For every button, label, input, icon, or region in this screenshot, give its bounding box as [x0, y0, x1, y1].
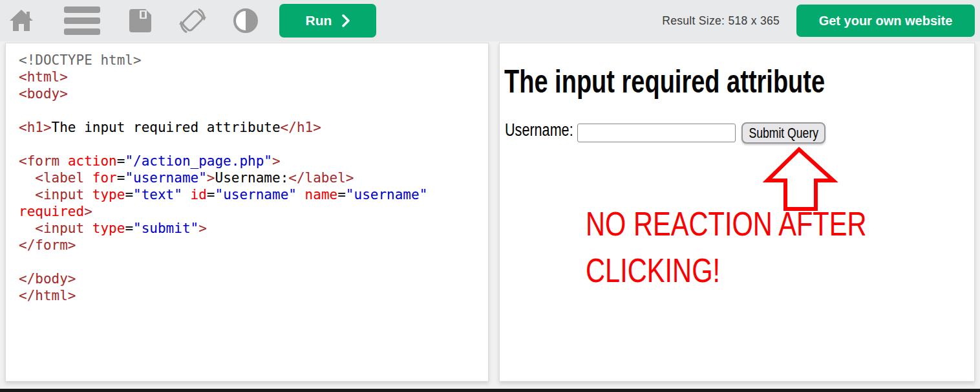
- code-line: </html>: [19, 287, 480, 304]
- code-line: <html>: [19, 69, 480, 85]
- annotation-line2: CLICKING!: [586, 247, 720, 294]
- code-line: </form>: [19, 237, 480, 254]
- submit-query-label: Submit Query: [749, 125, 818, 142]
- run-button-label: Run: [306, 13, 332, 28]
- code-line: required>: [19, 203, 480, 220]
- code-panel: <!DOCTYPE html><html><body><h1>The input…: [5, 43, 489, 382]
- toolbar: Run Result Size: 518 x 365 Get your own …: [0, 0, 980, 41]
- code-line: <h1>The input required attribute</h1>: [19, 119, 480, 136]
- result-size-label: Result Size: 518 x 365: [662, 14, 780, 28]
- contrast-icon[interactable]: [233, 8, 259, 34]
- run-chevron-icon: [342, 14, 350, 27]
- code-line: <form action="/action_page.php">: [19, 153, 480, 169]
- code-line: <!DOCTYPE html>: [19, 52, 480, 69]
- bottom-divider: [0, 389, 980, 392]
- code-line: <body>: [19, 85, 480, 102]
- code-editor[interactable]: <!DOCTYPE html><html><body><h1>The input…: [6, 43, 488, 304]
- code-line: <input type="text" id="username" name="u…: [19, 186, 480, 203]
- rotate-icon[interactable]: [177, 5, 208, 36]
- code-line: <label for="username">Username:</label>: [19, 169, 480, 186]
- result-heading: The input required attribute: [504, 64, 926, 99]
- code-line: [19, 136, 480, 153]
- code-line: [19, 102, 480, 119]
- code-line: <input type="submit">: [19, 220, 480, 237]
- get-website-button[interactable]: Get your own website: [796, 5, 975, 37]
- save-icon[interactable]: [129, 9, 151, 32]
- home-icon[interactable]: [9, 9, 34, 32]
- annotation-arrow-icon: [758, 140, 842, 218]
- run-button[interactable]: Run: [279, 4, 376, 38]
- code-line: </body>: [19, 270, 480, 287]
- result-panel: The input required attribute Username: S…: [499, 43, 975, 382]
- username-input[interactable]: [577, 124, 736, 142]
- code-line: [19, 254, 480, 270]
- menu-icon[interactable]: [63, 6, 101, 36]
